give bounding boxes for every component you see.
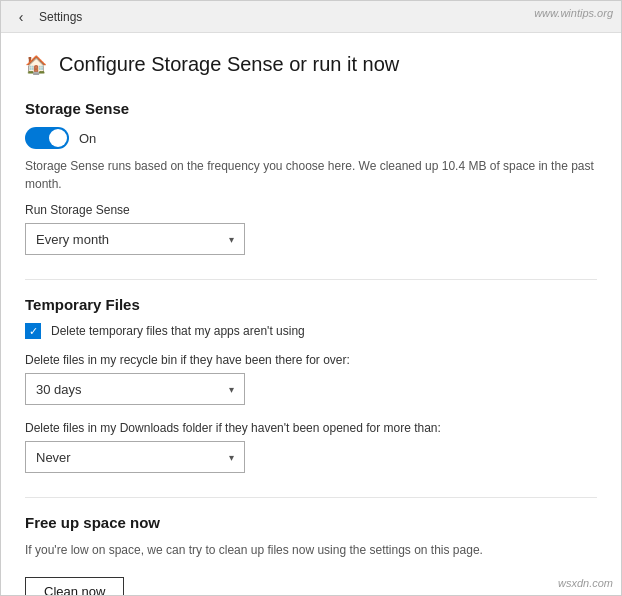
watermark-top: www.wintips.org [534,7,613,19]
delete-temp-files-row: ✓ Delete temporary files that my apps ar… [25,323,597,339]
back-button[interactable]: ‹ [9,5,33,29]
home-icon: 🏠 [25,54,47,76]
page-content: 🏠 Configure Storage Sense or run it now … [1,33,621,595]
divider-1 [25,279,597,280]
run-dropdown-value: Every month [36,232,109,247]
downloads-label: Delete files in my Downloads folder if t… [25,421,597,435]
page-title: Configure Storage Sense or run it now [59,53,399,76]
recycle-bin-arrow: ▾ [229,384,234,395]
free-up-space-description: If you're low on space, we can try to cl… [25,541,597,559]
recycle-bin-value: 30 days [36,382,82,397]
toggle-row: On [25,127,597,149]
divider-2 [25,497,597,498]
free-up-space-title: Free up space now [25,514,597,531]
delete-temp-files-checkbox[interactable]: ✓ [25,323,41,339]
page-title-row: 🏠 Configure Storage Sense or run it now [25,53,597,76]
toggle-label: On [79,131,96,146]
storage-sense-description: Storage Sense runs based on the frequenc… [25,157,597,193]
downloads-value: Never [36,450,71,465]
settings-window: ‹ Settings www.wintips.org 🏠 Configure S… [0,0,622,596]
storage-sense-toggle[interactable] [25,127,69,149]
recycle-bin-label: Delete files in my recycle bin if they h… [25,353,597,367]
downloads-arrow: ▾ [229,452,234,463]
watermark-bottom: wsxdn.com [558,577,613,589]
run-storage-sense-label: Run Storage Sense [25,203,597,217]
recycle-bin-dropdown[interactable]: 30 days ▾ [25,373,245,405]
title-bar: ‹ Settings www.wintips.org [1,1,621,33]
run-storage-sense-dropdown[interactable]: Every month ▾ [25,223,245,255]
storage-sense-title: Storage Sense [25,100,597,117]
temporary-files-section: Temporary Files ✓ Delete temporary files… [25,296,597,473]
clean-now-button[interactable]: Clean now [25,577,124,595]
storage-sense-section: Storage Sense On Storage Sense runs base… [25,100,597,255]
temporary-files-title: Temporary Files [25,296,597,313]
delete-temp-files-label: Delete temporary files that my apps aren… [51,324,305,338]
downloads-dropdown[interactable]: Never ▾ [25,441,245,473]
run-dropdown-arrow: ▾ [229,234,234,245]
title-bar-text: Settings [39,10,82,24]
free-up-space-section: Free up space now If you're low on space… [25,514,597,595]
